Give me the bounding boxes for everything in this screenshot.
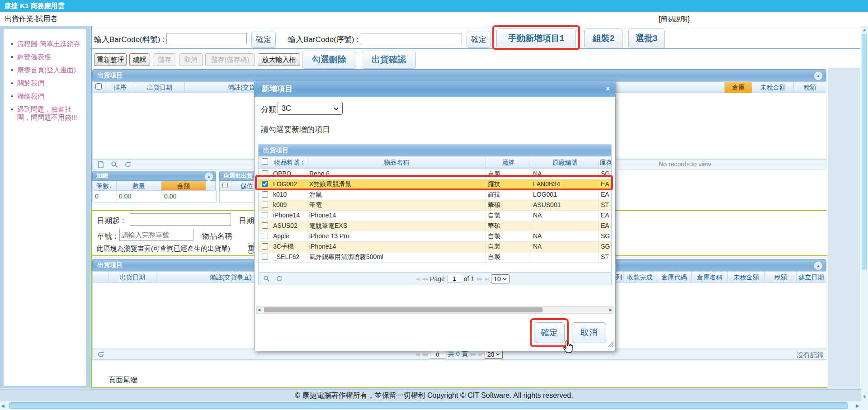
grid2-pagesize-select[interactable]: 20 [485,350,503,359]
grid1-col-sort[interactable]: 排序 [105,82,135,93]
modal-page-input[interactable] [448,275,461,283]
horizontal-scrollbar[interactable]: ◀ ▶ [0,401,868,410]
dialog-cancel-button[interactable]: 取消 [572,322,606,343]
modal-selectall-checkbox[interactable] [262,158,268,165]
grid2-col-clipped[interactable]: 列 [615,272,624,282]
tab-assemble[interactable]: 組裝2 [584,28,623,48]
modal-grid-row[interactable]: k009筆電華碩ASUS001ST [259,200,611,211]
sidebar-item[interactable]: 遇到問題，臉書社團，問問題不用錢!!! [10,105,83,122]
modal-grid-row[interactable]: ASUS02電競筆電EXS華碩EA [259,221,611,231]
vertical-scrollbar-thumb[interactable] [862,34,867,269]
sidebar-item[interactable]: 經營儀表板 [10,53,83,61]
modal-grid-row[interactable]: iPhone14iPhone14自製NAEA [259,211,611,221]
grid2-col-payment[interactable]: 收款完成 [624,272,657,282]
grid1-selectall-checkbox[interactable] [95,83,102,90]
order-no-input[interactable] [119,229,193,241]
row-checkbox[interactable] [262,202,268,208]
row-checkbox[interactable] [262,254,268,260]
search-icon[interactable] [111,161,118,168]
modal-grid-row[interactable]: k010滑鼠羅技LOG001EA [259,190,611,200]
close-icon[interactable]: × [606,81,610,97]
sum-col-count[interactable]: 筆數▲ [93,181,117,190]
scroll-up-icon[interactable]: ▲ [862,27,867,32]
enlarge-input-button[interactable]: 放大輸入框 [258,53,300,66]
help-link[interactable]: [簡易說明] [659,12,689,26]
barcode-serial-confirm-button[interactable]: 確定 [467,32,491,48]
sort-icon[interactable]: ▲▼ [301,160,304,165]
next-page-icon[interactable]: ▶▶ [477,277,482,281]
row-checkbox[interactable] [262,212,268,218]
grid2-collapse-icon[interactable]: ▲ [814,262,822,270]
ship-confirm-tab[interactable]: 出貨確認 [362,51,416,69]
first-page-icon[interactable]: |◀ [416,352,419,357]
grid2-col-tax[interactable]: 稅額 [765,272,797,282]
edit-button[interactable]: 編輯 [129,53,150,66]
scroll-left-icon[interactable]: ◀ [258,308,260,312]
reload-icon[interactable] [276,275,283,283]
grid1-col-untaxed[interactable]: 未稅金額 [752,82,794,93]
row-checkbox[interactable] [262,191,268,198]
grid2-page-input[interactable] [430,350,445,359]
row-checkbox[interactable] [262,243,268,250]
grid2-col-shipdate[interactable]: 出貨日期 [109,272,156,282]
modal-grid-row[interactable]: 3C手機iPhone14自製NASG [259,242,611,252]
prev-page-icon[interactable]: ◀◀ [422,352,427,357]
grid2-col-untaxed[interactable]: 未稅金額 [728,272,765,282]
check-delete-tab[interactable]: 勾選刪除 [302,51,356,69]
grid1-collapse-icon[interactable]: ▲ [814,72,822,80]
sidebar-item[interactable]: 康捷首頁(登入畫面) [10,66,83,74]
browse-refresh-button-clipped[interactable]: 重 [248,243,254,254]
modal-col-brand[interactable]: 廠牌 [486,156,531,169]
modal-horizontal-scrollbar[interactable]: ◀ ▶ [256,306,613,314]
barcode-item-confirm-button[interactable]: 確定 [251,32,276,48]
batch-selectall-checkbox[interactable] [222,183,228,188]
dialog-titlebar[interactable]: 新增項目 × [255,81,615,97]
row-checkbox[interactable] [262,233,268,239]
scroll-right-icon[interactable]: ▶ [856,403,859,408]
sidebar-item[interactable]: 關於我們 [10,79,83,87]
grid2-col-whcode[interactable]: 倉庫代碼 [656,272,692,282]
modal-scrollbar-thumb[interactable] [264,307,542,312]
modal-pagesize-select[interactable]: 10 [491,274,509,283]
barcode-item-input[interactable] [166,33,247,44]
last-page-icon[interactable]: ▶| [479,352,482,357]
category-select[interactable]: 3C [278,102,343,115]
modal-col-oem[interactable]: 原廠編號 [531,156,599,169]
sum-panel-collapse-icon[interactable]: ▲ [205,173,213,181]
scroll-right-icon[interactable]: ▶ [609,308,612,312]
row-checkbox[interactable] [262,222,268,229]
scroll-left-icon[interactable]: ◀ [1,403,5,408]
grid2-col-whname[interactable]: 倉庫名稱 [692,272,728,282]
new-record-icon[interactable] [97,161,104,168]
reload-icon[interactable] [97,351,104,358]
grid1-col-shipdate[interactable]: 出貨日期 [135,82,185,93]
grid1-col-warehouse[interactable]: 倉庫 [725,82,752,93]
tab-pick-batch[interactable]: 選批3 [628,28,665,48]
sidebar-item[interactable]: 流程圖-簡單王進銷存 [10,40,83,48]
grid2-col-created[interactable]: 建立日期 [797,272,826,282]
horizontal-scrollbar-thumb[interactable] [9,402,848,409]
sum-col-qty[interactable]: 數量 [117,181,161,190]
refresh-button[interactable]: 重新整理 [94,53,127,66]
application-window: 康捷 K1 商務應用雲 出貨作業-試用者 [簡易說明] 流程圖-簡單王進銷存經營… [0,0,868,410]
prev-page-icon[interactable]: ◀◀ [422,277,427,281]
sum-col-amount[interactable]: 金額 [161,181,206,190]
sidebar-item[interactable]: 聯絡我們 [10,92,83,100]
scroll-down-icon[interactable]: ▼ [862,394,867,399]
page-header: 出貨作業-試用者 [簡易說明] [0,12,868,26]
reload-icon[interactable] [124,161,132,168]
date-from-input[interactable] [130,213,231,226]
resize-grip-icon[interactable] [608,341,614,349]
modal-col-code[interactable]: 物品料號 ▲▼ [271,156,307,169]
vertical-scrollbar[interactable]: ▲ ▼ [861,26,868,401]
modal-col-name[interactable]: 物品名稱 [307,156,486,169]
modal-col-unit[interactable]: 庫存單位 [599,156,612,169]
modal-grid-row[interactable]: AppleiPhone 13 Pro自製NASG [259,231,611,242]
barcode-serial-input[interactable] [361,33,462,44]
last-page-icon[interactable]: ▶| [485,277,488,281]
grid1-col-tax[interactable]: 稅額 [794,82,826,93]
first-page-icon[interactable]: |◀ [416,277,419,281]
next-page-icon[interactable]: ▶▶ [471,352,476,357]
search-icon[interactable] [263,275,270,283]
modal-grid-row[interactable]: _SELF62氣炸鍋專用清潔噴霧500ml自製ST [259,252,611,263]
